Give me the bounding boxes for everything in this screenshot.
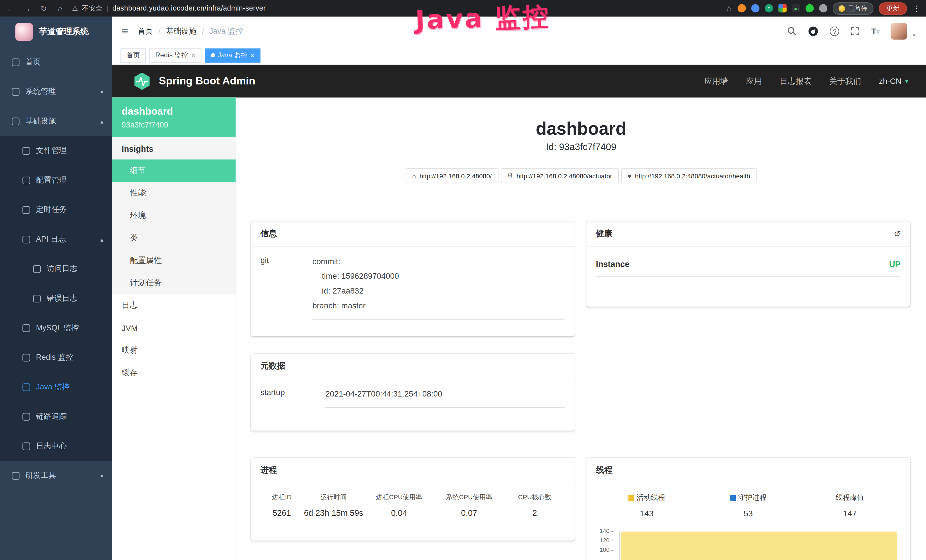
reload-icon[interactable]: ↻ — [39, 4, 48, 12]
sidebar-item-label: Java 监控 — [36, 382, 70, 392]
breadcrumb-infrastructure[interactable]: 基础设施 — [166, 26, 197, 36]
sba-item-metrics[interactable]: 性能 — [112, 182, 236, 204]
browser-actions: ☆ Y on 已暂停 更新 ⋮ — [726, 2, 920, 14]
sba-item-details[interactable]: 细节 — [112, 159, 236, 182]
url-text[interactable]: dashboard.yudao.iocoder.cn/infra/admin-s… — [112, 4, 266, 12]
sba-nav-applications[interactable]: 应用 — [746, 76, 762, 86]
sba-item-logs[interactable]: 日志 — [112, 294, 236, 317]
sidebar-item-java-monitor[interactable]: Java 监控 — [0, 372, 112, 402]
address-bar[interactable]: ⚠ 不安全 | dashboard.yudao.iocoder.cn/infra… — [72, 4, 266, 12]
sidebar-item-trace[interactable]: 链路追踪 — [0, 402, 112, 431]
sba-item-caches[interactable]: 缓存 — [112, 362, 236, 384]
app-sidebar: 芋道管理系统 首页 系统管理 ▾ 基础设施 ▴ 文件管理 配置管理 — [0, 17, 112, 560]
bookmark-star-icon[interactable]: ☆ — [726, 4, 732, 12]
error-log-icon — [33, 294, 41, 302]
app-title: 芋道管理系统 — [39, 27, 89, 37]
sidebar-item-access-log[interactable]: 访问日志 — [0, 254, 112, 283]
sidebar-item-scheduled-tasks[interactable]: 定时任务 — [0, 195, 112, 224]
sba-main: dashboard Id: 93a3fc7f7409 ⌂ http://192.… — [236, 98, 926, 560]
sba-item-environment[interactable]: 环境 — [112, 204, 236, 227]
sidebar-item-label: 研发工具 — [26, 470, 56, 481]
security-warning-icon[interactable]: ⚠ — [72, 5, 78, 12]
sba-brand-title[interactable]: Spring Boot Admin — [159, 75, 255, 87]
service-url-button[interactable]: ⌂ http://192.168.0.2:48080/ — [406, 168, 498, 183]
health-card-title: 健康 — [596, 229, 612, 239]
sba-item-jvm[interactable]: JVM — [112, 317, 236, 339]
extension-icon-green-y[interactable]: Y — [765, 4, 773, 12]
extension-icon-grid[interactable] — [778, 4, 787, 12]
legend-value: 147 — [799, 509, 900, 518]
app-logo-row[interactable]: 芋道管理系统 — [0, 17, 112, 47]
home-icon[interactable]: ⌂ — [56, 4, 65, 12]
gear-icon — [12, 88, 20, 95]
y-axis-tick: 100 — [596, 546, 613, 553]
sidebar-item-log-center[interactable]: 日志中心 — [0, 431, 112, 461]
font-size-icon[interactable]: TT — [871, 27, 879, 36]
sba-item-config-props[interactable]: 配置属性 — [112, 249, 236, 272]
sidebar-item-home[interactable]: 首页 — [0, 47, 112, 77]
breadcrumb-home[interactable]: 首页 — [138, 26, 153, 36]
avatar-caret-icon[interactable]: ▾ — [912, 33, 915, 38]
extension-icon-orange[interactable] — [737, 4, 746, 12]
avatar[interactable] — [891, 23, 908, 40]
sba-item-scheduled[interactable]: 计划任务 — [112, 272, 236, 294]
chevron-down-icon: ▾ — [100, 472, 103, 479]
sidebar-item-redis-monitor[interactable]: Redis 监控 — [0, 343, 112, 372]
extension-icon-blue[interactable] — [751, 4, 760, 12]
sba-instance-id: 93a3fc7f7409 — [122, 120, 227, 129]
sidebar-item-infrastructure[interactable]: 基础设施 ▴ — [0, 106, 112, 136]
sidebar-item-dev-tools[interactable]: 研发工具 ▾ — [0, 461, 112, 490]
sba-group-title: Insights — [112, 137, 236, 159]
forward-icon[interactable]: → — [23, 4, 32, 12]
sba-nav-journal[interactable]: 日志报表 — [780, 76, 812, 86]
hamburger-icon[interactable]: ≡ — [112, 25, 138, 38]
sidebar-item-file-mgmt[interactable]: 文件管理 — [0, 136, 112, 165]
stat-label: 进程ID — [260, 493, 303, 501]
sba-locale-label: zh-CN — [879, 77, 902, 86]
health-url-button[interactable]: ♥ http://192.168.0.2:48080/actuator/heal… — [621, 168, 757, 183]
sba-nav-about[interactable]: 关于我们 — [829, 76, 861, 86]
threads-card: 线程 活动线程 143 守护进程 53 线程峰值 147 — [586, 458, 910, 560]
metadata-card-title: 元数据 — [251, 354, 575, 379]
chevron-down-icon: ▾ — [100, 88, 103, 95]
process-card-title: 进程 — [251, 458, 575, 483]
sba-locale-select[interactable]: zh-CN ▾ — [879, 77, 908, 86]
sidebar-item-config-mgmt[interactable]: 配置管理 — [0, 165, 112, 195]
help-icon[interactable]: ? — [830, 27, 839, 36]
fullscreen-icon[interactable] — [851, 27, 860, 36]
extension-puzzle-icon[interactable] — [819, 4, 827, 12]
chevron-down-icon: ▾ — [905, 77, 908, 85]
security-label: 不安全 — [82, 4, 102, 12]
sidebar-item-error-log[interactable]: 错误日志 — [0, 283, 112, 313]
search-icon[interactable] — [787, 27, 797, 36]
tab-java-monitor[interactable]: Java 监控 × — [205, 48, 261, 62]
sidebar-item-label: 系统管理 — [26, 86, 56, 97]
sba-nav-wallboard[interactable]: 应用墙 — [704, 76, 728, 86]
sidebar-item-label: 访问日志 — [47, 263, 77, 274]
back-icon[interactable]: ← — [6, 4, 15, 12]
stat-value: 5261 — [260, 508, 303, 518]
actuator-url-button[interactable]: ⚙ http://192.168.0.2:48080/actuator — [501, 168, 619, 183]
history-icon[interactable]: ↺ — [894, 229, 900, 239]
process-stat: 系统CPU使用率 0.07 — [434, 493, 504, 518]
info-value: commit: time: 1596289704000 id: 27aa832 … — [312, 254, 565, 319]
sba-item-mappings[interactable]: 映射 — [112, 339, 236, 362]
github-icon[interactable] — [808, 26, 819, 36]
sidebar-item-system-mgmt[interactable]: 系统管理 ▾ — [0, 77, 112, 106]
sba-instance-block[interactable]: dashboard 93a3fc7f7409 — [112, 98, 236, 137]
tab-redis-monitor[interactable]: Redis 监控 × — [150, 48, 201, 62]
extension-icon-small-green[interactable] — [806, 4, 814, 12]
tab-home[interactable]: 首页 — [120, 48, 146, 62]
close-icon[interactable]: × — [250, 51, 255, 59]
extension-icon-on-badge[interactable]: on — [792, 4, 800, 12]
paused-label: 已暂停 — [848, 4, 867, 12]
trace-icon — [23, 413, 30, 420]
close-icon[interactable]: × — [191, 51, 195, 59]
sidebar-item-api-log[interactable]: API 日志 ▴ — [0, 224, 112, 254]
sba-item-classes[interactable]: 类 — [112, 227, 236, 249]
paused-badge[interactable]: 已暂停 — [833, 2, 873, 14]
sidebar-item-mysql-monitor[interactable]: MySQL 监控 — [0, 313, 112, 343]
update-button[interactable]: 更新 — [879, 2, 907, 14]
legend-value: 53 — [698, 509, 799, 518]
browser-menu-icon[interactable]: ⋮ — [912, 4, 920, 12]
